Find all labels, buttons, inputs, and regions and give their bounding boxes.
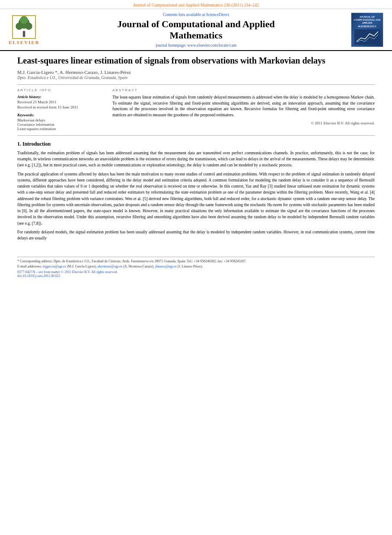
- doi-line: doi:10.1016/j.cam.2011.06.021: [17, 274, 375, 278]
- keyword-2: Covariance information: [17, 122, 104, 127]
- journal-cover-image: JOURNAL OF COMPUTATIONAL AND APPLIED MAT…: [351, 13, 383, 47]
- banner-center: Contents lists available at ScienceDirec…: [52, 13, 340, 48]
- banner-left: ELSEVIER: [9, 15, 52, 45]
- body-para-3: For randomly delayed models, the signal …: [17, 229, 375, 242]
- elsevier-tree-icon: [12, 15, 36, 39]
- author-3: (J. Linares-Pérez).: [178, 264, 203, 268]
- copyright-line: © 2011 Elsevier B.V. All rights reserved…: [112, 121, 375, 125]
- contents-line: Contents lists available at ScienceDirec…: [52, 13, 340, 17]
- journal-title: Journal of Computational and Applied Mat…: [52, 19, 340, 41]
- email-3[interactable]: jlinares@ugr.es: [155, 264, 177, 268]
- emails-label: E-mail addresses:: [17, 264, 42, 268]
- page: Journal of Computational and Applied Mat…: [0, 0, 392, 535]
- elsevier-logo: ELSEVIER: [9, 15, 40, 45]
- two-column-section: ARTICLE INFO Article history: Received 2…: [17, 88, 375, 131]
- elsevier-text: ELSEVIER: [9, 40, 40, 45]
- keywords-heading: Keywords:: [17, 113, 104, 117]
- article-info-column: ARTICLE INFO Article history: Received 2…: [17, 88, 104, 131]
- author-2: (A. Hermoso-Carazo),: [123, 264, 154, 268]
- divider-2: [17, 135, 375, 136]
- svg-rect-1: [23, 31, 25, 37]
- article-history-heading: Article history:: [17, 95, 104, 99]
- keyword-3: Least-squares estimation: [17, 127, 104, 131]
- footer-divider: [17, 257, 375, 257]
- body-para-2: The practical application of systems aff…: [17, 171, 375, 226]
- journal-header-top: Journal of Computational and Applied Mat…: [0, 0, 392, 9]
- svg-rect-7: [354, 29, 380, 45]
- received-date: Received 23 March 2011: [17, 100, 104, 104]
- received-revised-date: Received in revised form 15 June 2011: [17, 105, 104, 109]
- homepage-url[interactable]: www.elsevier.com/locate/cam: [187, 43, 236, 48]
- article-affiliation: Dpto. Estadística e I.O., Universidad de…: [17, 76, 375, 80]
- svg-point-4: [25, 22, 33, 30]
- article-title: Least-squares linear estimation of signa…: [17, 55, 375, 66]
- article-content: Least-squares linear estimation of signa…: [0, 51, 392, 248]
- author-1: (M.J. García-Ligero),: [67, 264, 97, 268]
- svg-point-5: [20, 16, 28, 24]
- keyword-1: Markovian delays: [17, 118, 104, 122]
- svg-point-3: [16, 22, 23, 30]
- banner-right: JOURNAL OF COMPUTATIONAL AND APPLIED MAT…: [340, 13, 383, 47]
- email-1[interactable]: mjgarcia@ugr.es: [43, 264, 66, 268]
- email-2[interactable]: ahermoso@ugr.es: [98, 264, 122, 268]
- section1-heading: 1. Introduction: [17, 141, 375, 147]
- divider-1: [17, 84, 375, 85]
- footnote-address: * Corresponding address: Dpto. de Estadí…: [17, 259, 375, 264]
- abstract-column: ABSTRACT The least-squares linear estima…: [112, 88, 375, 131]
- article-footer: * Corresponding address: Dpto. de Estadí…: [0, 248, 392, 282]
- cover-graph-icon: [354, 29, 380, 45]
- cover-title-text: JOURNAL OF COMPUTATIONAL AND APPLIED MAT…: [354, 16, 381, 28]
- journal-reference-link[interactable]: Journal of Computational and Applied Mat…: [133, 3, 259, 7]
- contents-label: Contents lists available at ScienceDirec…: [163, 13, 229, 17]
- article-info-label: ARTICLE INFO: [17, 88, 104, 92]
- body-para-1: Traditionally, the estimation problem of…: [17, 150, 375, 169]
- journal-homepage: journal homepage: www.elsevier.com/locat…: [52, 43, 340, 48]
- issn-line: 0377-0427/$ – see front matter © 2011 El…: [17, 270, 375, 274]
- abstract-text: The least-squares linear estimation of s…: [112, 95, 375, 118]
- journal-banner: ELSEVIER Contents lists available at Sci…: [0, 9, 392, 51]
- footnote-emails: E-mail addresses: mjgarcia@ugr.es (M.J. …: [17, 264, 375, 268]
- abstract-label: ABSTRACT: [112, 88, 375, 92]
- doi-link[interactable]: doi:10.1016/j.cam.2011.06.021: [17, 274, 61, 278]
- article-authors: M.J. García-Ligero *, A. Hermoso-Carazo,…: [17, 70, 375, 75]
